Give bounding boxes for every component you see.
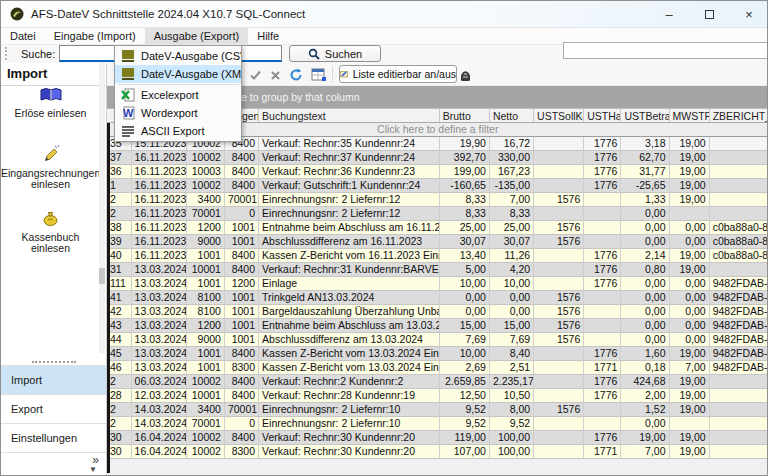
grid-cell[interactable]: 19,00 bbox=[669, 263, 709, 277]
grid-cell[interactable]: 36 bbox=[107, 165, 131, 179]
grid-cell[interactable]: 1776 bbox=[584, 249, 621, 263]
grid-cell[interactable]: 9000 bbox=[186, 235, 224, 249]
grid-cell[interactable]: -25,65 bbox=[621, 179, 669, 193]
grid-cell[interactable]: 16.11.2023 bbox=[131, 221, 186, 235]
grid-cell[interactable]: 9482FDAB-1D bbox=[709, 361, 768, 375]
grid-cell[interactable]: 7,00 bbox=[669, 361, 709, 375]
grid-cell[interactable]: 1771 bbox=[584, 445, 621, 459]
table-row[interactable]: 116.11.2023100028400Verkauf: Gutschrift:… bbox=[107, 179, 768, 193]
grid-cell[interactable]: 107,00 bbox=[439, 445, 489, 459]
grid-cell[interactable]: 10001 bbox=[186, 389, 224, 403]
table-row[interactable]: 4613.03.202410018300Kassen Z-Bericht vom… bbox=[107, 361, 768, 375]
table-row[interactable]: 4213.03.202481001001Bargeldauszahlung Üb… bbox=[107, 305, 768, 319]
grid-cell[interactable]: 45 bbox=[107, 347, 131, 361]
grid-cell[interactable]: 2,51 bbox=[489, 361, 533, 375]
menu-item-eingabe-import[interactable]: Eingabe (Import) bbox=[45, 28, 145, 44]
grid-cell[interactable]: 0,00 bbox=[669, 333, 709, 347]
grid-cell[interactable]: Einrechnungsnr: 2 Liefernr:10 bbox=[259, 417, 440, 431]
grid-cell[interactable]: 1001 bbox=[224, 319, 258, 333]
grid-cell[interactable]: 7,00 bbox=[621, 445, 669, 459]
grid-cell[interactable]: 0 bbox=[224, 207, 258, 221]
grid-cell[interactable]: 1001 bbox=[224, 235, 258, 249]
grid-cell[interactable]: 0,00 bbox=[669, 305, 709, 319]
grid-cell[interactable]: 16.11.2023 bbox=[131, 207, 186, 221]
table-row[interactable]: 4413.03.202490001001Abschlussdifferenz a… bbox=[107, 333, 768, 347]
grid-cell[interactable]: 1001 bbox=[186, 361, 224, 375]
secondary-input-panel[interactable] bbox=[563, 42, 768, 59]
grid-cell[interactable]: 19,00 bbox=[669, 403, 709, 417]
cancel-icon[interactable] bbox=[267, 67, 283, 83]
grid-cell[interactable]: 70001 bbox=[224, 193, 258, 207]
grid-cell[interactable]: 19,00 bbox=[669, 193, 709, 207]
grid-cell[interactable]: 9,52 bbox=[439, 403, 489, 417]
sidebar-nav-export[interactable]: Export bbox=[1, 395, 106, 424]
grid-cell[interactable]: 0,00 bbox=[621, 221, 669, 235]
grid-cell[interactable]: 28 bbox=[107, 389, 131, 403]
grid-cell[interactable]: 30 bbox=[107, 445, 131, 459]
grid-cell[interactable]: 3400 bbox=[186, 193, 224, 207]
grid-cell[interactable]: 10001 bbox=[186, 263, 224, 277]
column-header-buchungstext[interactable]: Buchungstext bbox=[259, 109, 440, 123]
grid-cell[interactable]: 1001 bbox=[224, 291, 258, 305]
menu-item-ausgabe-export[interactable]: Ausgabe (Export) bbox=[145, 28, 249, 44]
grid-cell[interactable] bbox=[709, 431, 768, 445]
maximize-button[interactable] bbox=[689, 1, 729, 27]
grid-cell[interactable]: 39 bbox=[107, 235, 131, 249]
grid-cell[interactable]: 0,00 bbox=[669, 235, 709, 249]
export-menu-item-excelexport[interactable]: Excelexport bbox=[115, 86, 241, 104]
grid-cell[interactable]: 19,00 bbox=[669, 445, 709, 459]
confirm-icon[interactable] bbox=[247, 67, 263, 83]
grid-cell[interactable] bbox=[709, 151, 768, 165]
grid-cell[interactable]: 5,00 bbox=[439, 263, 489, 277]
grid-cell[interactable]: 0,00 bbox=[621, 305, 669, 319]
grid-cell[interactable]: 330,00 bbox=[489, 151, 533, 165]
grid-cell[interactable]: 0,00 bbox=[621, 277, 669, 291]
grid-cell[interactable]: Trinkgeld AN13.03.2024 bbox=[259, 291, 440, 305]
properties-grid-icon[interactable] bbox=[310, 67, 326, 83]
grid-cell[interactable]: 16.04.2024 bbox=[131, 445, 186, 459]
grid-cell[interactable]: 15,00 bbox=[439, 319, 489, 333]
table-row[interactable]: 4313.03.202412001001Entnahme beim Abschl… bbox=[107, 319, 768, 333]
grid-cell[interactable] bbox=[584, 221, 621, 235]
grid-cell[interactable]: 8400 bbox=[224, 375, 258, 389]
grid-cell[interactable]: Abschlussdifferenz am 13.03.2024 bbox=[259, 333, 440, 347]
grid-cell[interactable]: 0,00 bbox=[621, 319, 669, 333]
export-menu-item-ascii-export[interactable]: ASCII Export bbox=[115, 122, 241, 140]
grid-cell[interactable]: 0,00 bbox=[669, 277, 709, 291]
grid-cell[interactable]: Verkauf: Rechnr:36 Kundennr:23 bbox=[259, 165, 440, 179]
grid-cell[interactable] bbox=[709, 403, 768, 417]
grid-cell[interactable] bbox=[669, 207, 709, 221]
grid-cell[interactable]: 8400 bbox=[224, 263, 258, 277]
grid-cell[interactable]: Verkauf: Gutschrift:1 Kundennr:24 bbox=[259, 179, 440, 193]
grid-cell[interactable]: 10,00 bbox=[439, 347, 489, 361]
grid-cell[interactable]: 4,20 bbox=[489, 263, 533, 277]
grid-cell[interactable]: 0 bbox=[224, 417, 258, 431]
column-header-ustsollkon[interactable]: USTSollKon bbox=[534, 109, 584, 123]
grid-cell[interactable]: 9482FDAB-1D bbox=[709, 305, 768, 319]
grid-cell[interactable] bbox=[584, 319, 621, 333]
grid-cell[interactable]: 0,00 bbox=[489, 291, 533, 305]
grid-cell[interactable]: 1 bbox=[107, 179, 131, 193]
grid-cell[interactable]: 10,00 bbox=[489, 277, 533, 291]
grid-cell[interactable]: 10002 bbox=[186, 445, 224, 459]
grid-cell[interactable]: 1001 bbox=[186, 277, 224, 291]
refresh-icon[interactable] bbox=[288, 67, 304, 83]
grid-cell[interactable]: 100,00 bbox=[489, 431, 533, 445]
sidebar-scrollbar[interactable] bbox=[99, 63, 105, 353]
grid-cell[interactable]: 10002 bbox=[186, 375, 224, 389]
grid-cell[interactable]: -160,65 bbox=[439, 179, 489, 193]
grid-cell[interactable]: 19,00 bbox=[669, 165, 709, 179]
grid-cell[interactable] bbox=[584, 235, 621, 249]
grid-cell[interactable]: 0,00 bbox=[439, 291, 489, 305]
grid-cell[interactable]: 16,72 bbox=[489, 137, 533, 151]
table-row[interactable]: 3016.04.2024100028400Verkauf: Rechnr:30 … bbox=[107, 431, 768, 445]
grid-cell[interactable] bbox=[534, 137, 584, 151]
grid-cell[interactable]: 167,23 bbox=[489, 165, 533, 179]
grid-cell[interactable] bbox=[584, 193, 621, 207]
grid-cell[interactable]: 2 bbox=[107, 207, 131, 221]
grid-cell[interactable]: 0,00 bbox=[439, 305, 489, 319]
table-row[interactable]: 206.03.2024100028400Verkauf: Rechnr:2 Ku… bbox=[107, 375, 768, 389]
grid-cell[interactable]: 1576 bbox=[534, 221, 584, 235]
grid-cell[interactable]: 1001 bbox=[224, 333, 258, 347]
grid-cell[interactable]: 13.03.2024 bbox=[131, 333, 186, 347]
